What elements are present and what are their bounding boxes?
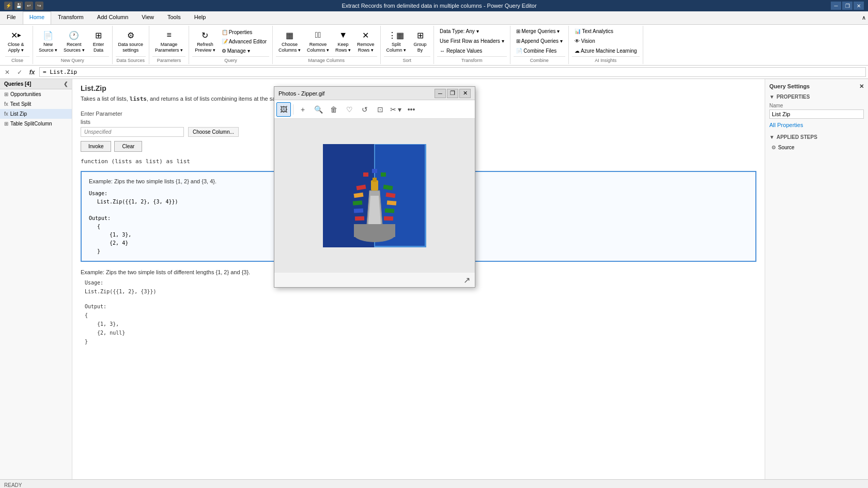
- dialog-title-controls: ─ ❐ ✕: [435, 89, 471, 98]
- enter-data-btn[interactable]: ⊞ EnterData: [88, 27, 109, 55]
- replace-values-btn[interactable]: ↔ Replace Values: [437, 46, 485, 55]
- example2-output-code: { {1, 3}, {2, null} }: [81, 311, 756, 346]
- sidebar-item-table-splitcolumn[interactable]: ⊞ Table SplitColumn: [0, 119, 72, 129]
- properties-btn[interactable]: 📋 Properties: [219, 28, 269, 37]
- sidebar-item-text-split[interactable]: fx Text Split: [0, 99, 72, 109]
- keep-rows-btn[interactable]: ▼ KeepRows ▾: [333, 27, 353, 55]
- azure-ml-btn[interactable]: ☁ Azure Machine Learning: [572, 46, 640, 55]
- vision-btn[interactable]: 👁 Vision: [572, 37, 598, 45]
- properties-section-title: ▼ PROPERTIES: [769, 94, 864, 100]
- dialog-favorite-btn[interactable]: ♡: [342, 102, 357, 117]
- name-field: Name: [769, 103, 864, 119]
- svg-rect-20: [381, 172, 386, 177]
- dialog-minimize-btn[interactable]: ─: [435, 89, 446, 98]
- data-source-settings-btn[interactable]: ⚙ Data sourcesettings: [116, 27, 146, 55]
- ribbon-group-close: ✕▶ Close &Apply ▾ Close: [2, 26, 33, 64]
- sidebar-item-opportunities[interactable]: ⊞ Opportunities: [0, 89, 72, 99]
- svg-rect-9: [353, 200, 363, 206]
- opportunities-icon: ⊞: [4, 91, 8, 97]
- redo-icon[interactable]: ↪: [35, 2, 43, 10]
- new-source-btn[interactable]: 📄 NewSource ▾: [36, 27, 60, 55]
- sidebar-item-list-zip[interactable]: fx List Zip: [0, 109, 72, 119]
- app-icon: ⚡: [4, 2, 12, 10]
- sidebar-collapse-btn[interactable]: ❮: [64, 81, 68, 87]
- minimize-btn[interactable]: ─: [831, 2, 841, 10]
- tab-home[interactable]: Home: [23, 11, 51, 24]
- refresh-icon: ↻: [199, 29, 211, 41]
- restore-btn[interactable]: ❐: [842, 2, 853, 10]
- collapse-arrow-steps[interactable]: ▼: [769, 134, 774, 140]
- param-input[interactable]: [81, 127, 184, 137]
- remove-columns-btn[interactable]: ✕⃝ RemoveColumns ▾: [304, 27, 332, 55]
- all-properties-link[interactable]: All Properties: [769, 122, 803, 128]
- data-type-btn[interactable]: Data Type: Any ▾: [437, 27, 481, 36]
- step-source-icon: ⚙: [771, 145, 776, 150]
- dialog-cut-btn[interactable]: ✂ ▾: [389, 102, 403, 117]
- tab-view[interactable]: View: [135, 11, 161, 24]
- ribbon-tabs: File Home Transform Add Column View Tool…: [0, 11, 868, 25]
- dialog-restore-btn[interactable]: ❐: [447, 89, 458, 98]
- undo-icon[interactable]: ↩: [25, 2, 33, 10]
- list-zip-icon: fx: [4, 111, 8, 117]
- dialog-more-btn[interactable]: •••: [404, 102, 419, 117]
- dialog-crop-btn[interactable]: ⊡: [373, 102, 388, 117]
- query-settings-close-btn[interactable]: ✕: [859, 83, 864, 90]
- append-queries-btn[interactable]: ⊞ Append Queries ▾: [514, 37, 565, 45]
- clear-btn[interactable]: Clear: [114, 141, 142, 152]
- close-btn[interactable]: ✕: [854, 2, 864, 10]
- first-row-header-btn[interactable]: Use First Row as Headers ▾: [437, 37, 506, 45]
- invoke-btn[interactable]: Invoke: [81, 141, 111, 152]
- dialog-add-btn[interactable]: +: [296, 102, 310, 117]
- ribbon-group-ai-insights: 📊 Text Analytics 👁 Vision ☁ Azure Machin…: [569, 26, 643, 64]
- sidebar: Queries [4] ❮ ⊞ Opportunities fx Text Sp…: [0, 79, 72, 479]
- save-icon[interactable]: 💾: [14, 2, 23, 10]
- properties-icon: 📋: [222, 29, 228, 35]
- recent-sources-btn[interactable]: 🕐 RecentSources ▾: [61, 27, 87, 55]
- dialog-photo-btn[interactable]: 🖼: [276, 102, 291, 117]
- manage-btn[interactable]: ⚙ Manage ▾: [219, 46, 269, 55]
- svg-rect-10: [354, 209, 363, 213]
- name-input[interactable]: [769, 109, 864, 119]
- ribbon-group-combine: ⊞ Merge Queries ▾ ⊞ Append Queries ▾ 📄 C…: [510, 26, 569, 64]
- combine-files-btn[interactable]: 📄 Combine Files: [514, 46, 560, 55]
- ribbon-collapse-btn[interactable]: ∧: [862, 14, 866, 21]
- expand-btn[interactable]: ↗: [461, 275, 472, 285]
- formula-fx-btn[interactable]: fx: [27, 67, 37, 77]
- tab-tools[interactable]: Tools: [161, 11, 188, 24]
- all-properties-field: All Properties: [769, 122, 864, 128]
- choose-columns-btn[interactable]: ▦ ChooseColumns ▾: [276, 27, 303, 55]
- title-bar-icons: ⚡ 💾 ↩ ↪: [4, 2, 43, 10]
- dialog-close-btn[interactable]: ✕: [459, 89, 471, 98]
- remove-rows-btn[interactable]: ✕ RemoveRows ▾: [354, 27, 377, 55]
- dialog-rotate-btn[interactable]: ↺: [358, 102, 372, 117]
- formula-input[interactable]: [39, 67, 866, 77]
- manage-parameters-btn[interactable]: ≡ ManageParameters ▾: [152, 27, 185, 55]
- split-column-icon: ⋮▦: [390, 29, 402, 41]
- dialog-delete-btn[interactable]: 🗑: [327, 102, 341, 117]
- merge-queries-btn[interactable]: ⊞ Merge Queries ▾: [514, 27, 563, 36]
- dialog-zoom-btn[interactable]: 🔍: [311, 102, 326, 117]
- advanced-editor-btn[interactable]: 📝 Advanced Editor: [219, 37, 269, 46]
- manage-icon: ⚙: [222, 48, 226, 54]
- step-source[interactable]: ⚙ Source: [769, 143, 864, 152]
- svg-rect-4: [354, 224, 395, 237]
- tab-add-column[interactable]: Add Column: [90, 11, 135, 24]
- query-settings-title: Query Settings ✕: [769, 83, 864, 90]
- applied-steps-section: ▼ APPLIED STEPS ⚙ Source: [769, 134, 864, 152]
- text-analytics-btn[interactable]: 📊 Text Analytics: [572, 27, 616, 36]
- tab-file[interactable]: File: [0, 11, 23, 24]
- refresh-preview-btn[interactable]: ↻ RefreshPreview ▾: [192, 27, 218, 55]
- dialog-title-bar: Photos - Zipper.gif ─ ❐ ✕: [274, 87, 475, 100]
- collapse-arrow-properties[interactable]: ▼: [769, 94, 774, 100]
- tab-help[interactable]: Help: [188, 11, 213, 24]
- enter-data-icon: ⊞: [92, 29, 105, 41]
- formula-confirm-btn[interactable]: ✓: [14, 67, 25, 77]
- group-by-btn[interactable]: ⊞ GroupBy: [410, 27, 430, 55]
- choose-column-btn[interactable]: Choose Column...: [188, 127, 239, 137]
- applied-steps-title: ▼ APPLIED STEPS: [769, 134, 864, 140]
- formula-cancel-btn[interactable]: ✕: [2, 67, 12, 77]
- split-column-btn[interactable]: ⋮▦ SplitColumn ▾: [384, 27, 409, 55]
- close-apply-btn[interactable]: ✕▶ Close &Apply ▾: [5, 27, 27, 55]
- zipper-image: [323, 144, 426, 247]
- tab-transform[interactable]: Transform: [51, 11, 90, 24]
